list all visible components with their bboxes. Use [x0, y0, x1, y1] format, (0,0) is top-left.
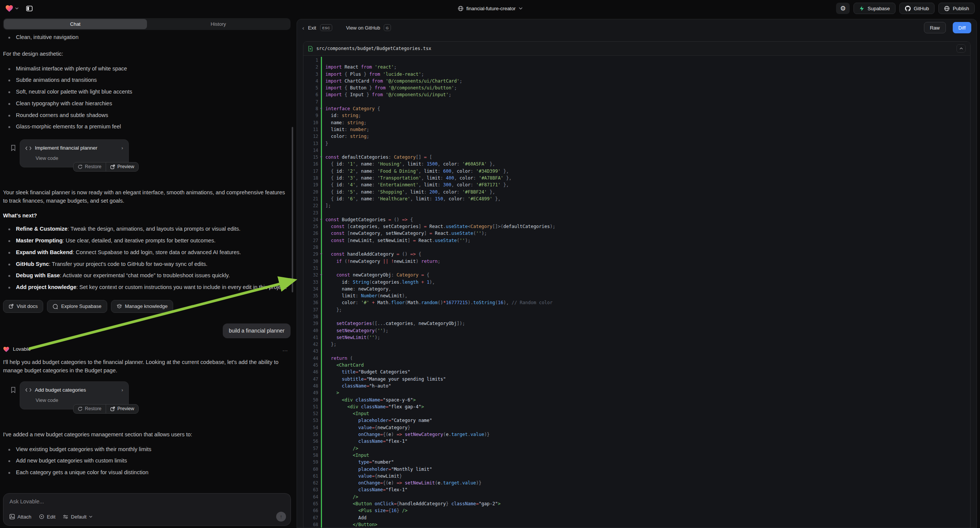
code-text: const defaultCategories: Category[] = [	[321, 154, 970, 161]
tab-chat[interactable]: Chat	[4, 19, 147, 29]
view-code-link[interactable]: View code	[36, 396, 123, 404]
explore-supabase-button[interactable]: Explore Supabase	[47, 300, 107, 313]
list-item: Expand with Backend: Connect Supabase to…	[3, 248, 291, 257]
exit-button[interactable]: ‹ Exit esc	[302, 24, 332, 31]
code-line: 65 <Button onClick={handleAddCategory} c…	[304, 500, 970, 507]
line-number: 18	[304, 175, 321, 181]
line-number: 3	[304, 71, 321, 78]
code-line: 10 name: string;	[304, 119, 970, 126]
bullet-list: View existing budget categories with the…	[3, 445, 291, 477]
line-number: 47	[304, 376, 321, 383]
code-text: <ChartCard	[321, 362, 970, 369]
raw-button[interactable]: Raw	[924, 22, 946, 33]
chevron-left-icon: ‹	[302, 25, 304, 31]
quick-actions-row: Visit docsExplore SupabaseManage knowled…	[3, 300, 291, 313]
globe-icon	[458, 6, 463, 11]
fold-toggle[interactable]	[320, 253, 322, 255]
line-number: 53	[304, 417, 321, 424]
code-line: 44 return (	[304, 355, 970, 362]
github-button[interactable]: GitHub	[899, 3, 935, 14]
chat-scrollbar-thumb[interactable]	[292, 127, 293, 293]
code-line: 59 type="number"	[304, 459, 970, 466]
line-number: 38	[304, 313, 321, 320]
code-text: </Button>	[321, 521, 970, 528]
code-line: 41 setNewLimit('');	[304, 334, 970, 341]
code-line: 58 <Input	[304, 452, 970, 459]
fold-toggle[interactable]	[320, 108, 322, 110]
bookmark-icon[interactable]	[11, 387, 16, 393]
settings-button[interactable]: ⚙	[836, 3, 850, 14]
fold-toggle[interactable]	[320, 219, 322, 220]
line-number: 48	[304, 383, 321, 390]
composer[interactable]: Ask Lovable... Attach Edit Default ↑	[3, 493, 291, 526]
line-number: 42	[304, 341, 321, 348]
code-text: placeholder="Monthly limit"	[321, 466, 970, 473]
line-number: 43	[304, 348, 321, 355]
file-diff-card: src/components/budget/BudgetCategories.t…	[303, 41, 970, 528]
bookmark-icon[interactable]	[11, 145, 16, 151]
code-text: const [newCategory, setNewCategory] = Re…	[321, 230, 970, 237]
version-card-wrap: Add budget categories›View codeRestorePr…	[3, 382, 291, 418]
diff-button[interactable]: Diff	[953, 22, 971, 33]
line-number: 68	[304, 521, 321, 528]
edit-mode-button[interactable]: Edit	[39, 514, 55, 520]
code-text: />	[321, 445, 970, 452]
chat-paragraph: Your sleek financial planner is now read…	[3, 189, 291, 205]
manage-knowledge-button[interactable]: Manage knowledge	[111, 300, 173, 313]
button-label: Visit docs	[17, 303, 38, 310]
code-text: className="flex-1"	[321, 486, 970, 493]
model-default-dropdown[interactable]: Default	[63, 514, 92, 520]
list-item: Soft, neutral color palette with light b…	[3, 88, 291, 96]
project-switcher[interactable]: financial-future-creator	[458, 6, 522, 11]
code-line: 48 className="h-auto"	[304, 383, 970, 390]
restore-button[interactable]: Restore	[73, 162, 106, 171]
send-button[interactable]: ↑	[276, 512, 286, 522]
file-header[interactable]: src/components/budget/BudgetCategories.t…	[304, 42, 970, 56]
supabase-button[interactable]: Supabase	[853, 3, 896, 14]
code-text: <div className="space-y-6">	[321, 396, 970, 403]
code-line: 19 { id: '4', name: 'Entertainment', lim…	[304, 181, 970, 188]
code-line: 60 placeholder="Monthly limit"	[304, 466, 970, 473]
code-line: 56 className="flex-1"	[304, 438, 970, 445]
line-number: 65	[304, 500, 321, 507]
esc-kbd: esc	[320, 24, 332, 31]
code-text: const BudgetCategories = () => {	[321, 216, 970, 223]
chat-input[interactable]: Ask Lovable...	[10, 498, 285, 504]
line-number: 12	[304, 133, 321, 140]
fold-toggle[interactable]	[320, 274, 322, 276]
code-line: 9 id: string;	[304, 112, 970, 119]
version-card-title: Implement financial planner	[35, 144, 97, 152]
action-label: Restore	[85, 163, 102, 170]
toggle-sidebar-button[interactable]	[22, 3, 36, 14]
tab-history[interactable]: History	[147, 19, 290, 29]
chevron-down-icon	[15, 7, 19, 10]
message-menu-button[interactable]: …	[282, 345, 291, 354]
code-text: value={newLimit}	[321, 473, 970, 480]
code-text	[321, 265, 970, 272]
preview-button[interactable]: Preview	[106, 162, 138, 171]
code-text: limit: number;	[321, 126, 970, 133]
attach-button[interactable]: Attach	[10, 514, 32, 520]
fold-toggle[interactable]	[320, 156, 322, 158]
chevron-down-icon	[89, 515, 92, 518]
code-text	[321, 57, 970, 64]
list-item: Rounded corners and subtle shadows	[3, 111, 291, 120]
chevron-right-icon: ›	[122, 144, 124, 152]
view-on-github-button[interactable]: View on GitHub G	[346, 24, 391, 31]
line-number: 63	[304, 486, 321, 493]
visit-docs-button[interactable]: Visit docs	[3, 300, 43, 313]
code-text	[321, 313, 970, 320]
collapse-file-button[interactable]	[956, 44, 966, 52]
supabase-icon	[859, 6, 864, 11]
code-line: 25 const [categories, setCategories] = R…	[304, 223, 970, 230]
view-code-link[interactable]: View code	[36, 154, 123, 162]
line-number: 34	[304, 286, 321, 293]
code-line: 8interface Category {	[304, 105, 970, 112]
publish-globe-icon	[944, 6, 950, 11]
publish-button[interactable]: Publish	[938, 3, 975, 14]
lovable-logo-menu[interactable]	[5, 5, 19, 12]
restore-button[interactable]: Restore	[73, 404, 106, 413]
code-text: { id: '5', name: 'Shopping', limit: 200,…	[321, 189, 970, 196]
line-number: 41	[304, 334, 321, 341]
preview-button[interactable]: Preview	[106, 404, 138, 413]
